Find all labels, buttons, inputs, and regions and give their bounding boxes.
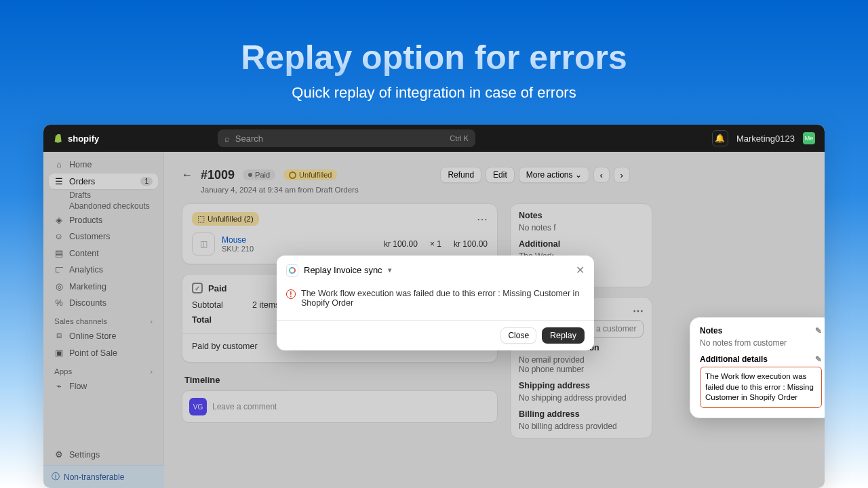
nav-label: Point of Sale [69, 348, 117, 358]
unfulfilled-count-badge: ⬚Unfulfilled (2) [192, 212, 259, 226]
hero-title: Replay option for errors [0, 38, 868, 77]
topbar: shopify ⌕ Search Ctrl K 🔔 Marketing0123 … [43, 125, 825, 152]
line-item: ◫ Mouse SKU: 210 kr 100.00 × 1 kr 100.00 [192, 232, 488, 256]
replay-modal: Replay Invoice sync ▾ ✕ ! The Work flow … [277, 256, 594, 350]
box-icon: ⬚ [197, 214, 205, 224]
nav-orders[interactable]: ☰Orders1 [49, 174, 158, 189]
nav-label: Analytics [69, 265, 103, 274]
timeline-title: Timeline [184, 375, 498, 385]
non-transferable-banner[interactable]: ⓘNon-transferable [43, 465, 164, 488]
nav-products[interactable]: ◈Products [49, 212, 158, 228]
badge-text: Unfulfilled (2) [208, 215, 254, 223]
popover-additional-title: Additional details [700, 354, 768, 364]
gear-icon: ⚙ [54, 449, 64, 460]
chevron-right-icon: › [150, 367, 153, 375]
nav-online-store[interactable]: ⧈Online Store [49, 328, 158, 344]
nav-customers[interactable]: ☺Customers [49, 229, 158, 244]
banner-label: Non-transferable [64, 472, 124, 482]
user-name[interactable]: Marketing0123 [736, 134, 795, 144]
nav-drafts[interactable]: Drafts [49, 190, 158, 200]
prev-order-button[interactable]: ‹ [593, 167, 610, 183]
edit-button[interactable]: Edit [486, 167, 515, 183]
person-icon: ☺ [54, 232, 64, 241]
nav-analytics[interactable]: ⫍Analytics [49, 262, 158, 277]
product-name-link[interactable]: Mouse [222, 235, 254, 245]
unit-price: kr 100.00 [384, 239, 418, 249]
refund-button[interactable]: Refund [440, 167, 481, 183]
search-placeholder: Search [235, 134, 263, 144]
total-label: Total [192, 315, 212, 325]
nav-label: Customers [69, 232, 110, 241]
nav-pos[interactable]: ▣Point of Sale [49, 345, 158, 361]
nav-label: Orders [69, 177, 95, 186]
shipping-title: Shipping address [519, 381, 590, 390]
nav-abandoned[interactable]: Abandoned checkouts [49, 201, 158, 211]
nav-label: Online Store [69, 331, 116, 341]
avatar[interactable]: Me [803, 132, 815, 144]
home-icon: ⌂ [54, 160, 64, 169]
brand[interactable]: shopify [53, 133, 99, 144]
flow-icon: ⌁ [54, 381, 64, 391]
customer-menu-button[interactable]: ⋯ [633, 304, 644, 317]
product-thumbnail[interactable]: ◫ [192, 232, 215, 256]
search-icon: ⌕ [224, 134, 230, 144]
nav-label: Discounts [69, 298, 106, 308]
quantity: × 1 [430, 239, 441, 249]
modal-title: Replay Invoice sync [304, 265, 382, 275]
nav-flow[interactable]: ⌁Flow [49, 378, 158, 394]
content-icon: ▤ [54, 248, 64, 258]
nav-marketing[interactable]: ◎Marketing [49, 279, 158, 294]
nav-discounts[interactable]: %Discounts [49, 296, 158, 310]
sales-channels-header[interactable]: Sales channels› [49, 312, 158, 328]
nav-content[interactable]: ▤Content [49, 245, 158, 261]
comment-placeholder: Leave a comment [212, 402, 490, 411]
back-button[interactable]: ← [182, 169, 193, 181]
section-label: Apps [54, 367, 72, 375]
store-icon: ⧈ [54, 331, 64, 341]
edit-icon[interactable]: ✎ [815, 326, 822, 336]
nav-settings[interactable]: ⚙Settings [49, 447, 159, 462]
nav-home[interactable]: ⌂Home [49, 157, 158, 172]
bell-icon: 🔔 [715, 134, 725, 143]
notes-popover: Notes✎ No notes from customer Additional… [690, 317, 825, 418]
card-menu-button[interactable]: ⋯ [477, 213, 488, 226]
nav-label: Content [69, 249, 99, 258]
notes-title: Notes [519, 211, 542, 220]
search-input[interactable]: ⌕ Search Ctrl K [218, 129, 475, 147]
popover-notes-empty: No notes from customer [700, 338, 822, 348]
brand-text: shopify [68, 134, 99, 144]
popover-notes-title: Notes [700, 326, 722, 336]
nav-label: Home [69, 160, 92, 169]
additional-title: Additional [519, 239, 560, 249]
chevron-down-icon[interactable]: ▾ [388, 266, 392, 274]
close-icon[interactable]: ✕ [576, 264, 585, 277]
no-shipping: No shipping address provided [519, 393, 644, 403]
app-icon [286, 264, 298, 277]
nav-label: Marketing [69, 282, 106, 291]
edit-icon[interactable]: ✎ [815, 354, 822, 364]
more-actions-button[interactable]: More actions ⌄ [519, 167, 589, 183]
comment-input[interactable]: VG Leave a comment [182, 390, 498, 423]
apps-header[interactable]: Apps› [49, 362, 158, 378]
more-label: More actions [526, 170, 573, 180]
line-total: kr 100.00 [454, 239, 488, 249]
hero-subtitle: Quick replay of integration in case of e… [0, 84, 868, 102]
orders-icon: ☰ [54, 176, 64, 186]
close-button[interactable]: Close [500, 327, 536, 344]
no-phone: No phone number [519, 365, 644, 374]
unfulfilled-badge: Unfulfilled [283, 169, 337, 180]
next-order-button[interactable]: › [614, 167, 630, 183]
item-count: 2 items [252, 300, 279, 310]
analytics-icon: ⫍ [54, 265, 64, 274]
orders-badge: 1 [140, 177, 153, 186]
search-shortcut: Ctrl K [450, 134, 469, 142]
product-sku: SKU: 210 [222, 245, 254, 253]
paid-title: Paid [208, 283, 226, 293]
subtotal-label: Subtotal [192, 300, 223, 310]
notifications-button[interactable]: 🔔 [712, 130, 728, 146]
nav-label: Settings [69, 450, 100, 460]
paid-badge: Paid [243, 169, 275, 180]
replay-button[interactable]: Replay [542, 327, 585, 344]
popover-error-text: The Work flow execution was failed due t… [700, 367, 822, 408]
order-date: January 4, 2024 at 9:34 am from Draft Or… [201, 186, 807, 194]
